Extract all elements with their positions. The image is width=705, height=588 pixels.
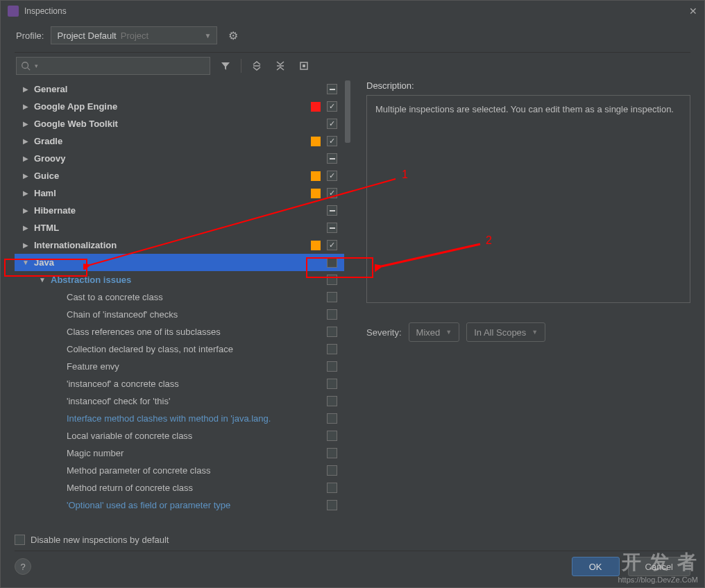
tree-child-item[interactable]: 'Optional' used as field or parameter ty… <box>15 496 351 514</box>
checkbox[interactable]: ✓ <box>327 171 337 181</box>
tree-child-item[interactable]: Class references one of its subclasses <box>15 323 351 340</box>
checkbox[interactable] <box>327 344 337 354</box>
chevron-right-icon[interactable]: ▶ <box>22 103 30 110</box>
titlebar: Inspections ✕ <box>1 1 704 21</box>
annotation-label-2: 2 <box>486 234 492 247</box>
tree-item[interactable]: ▶Guice✓ <box>15 167 351 184</box>
tree-child-item[interactable]: Collection declared by class, not interf… <box>15 340 351 358</box>
profile-label: Profile: <box>16 31 44 41</box>
tree-child-item[interactable]: Cast to a concrete class <box>15 288 351 306</box>
chevron-down-icon[interactable]: ▼ <box>38 276 46 284</box>
scope-select[interactable]: In All Scopes ▼ <box>466 322 545 342</box>
tree-item[interactable]: ▶General <box>15 80 351 98</box>
checkbox[interactable] <box>327 431 337 441</box>
checkbox[interactable]: ✓ <box>327 240 337 250</box>
tree-item[interactable]: ▶Haml✓ <box>15 184 351 202</box>
checkbox[interactable]: ✓ <box>327 136 337 146</box>
chevron-right-icon[interactable]: ▶ <box>22 120 30 128</box>
checkbox[interactable] <box>327 292 337 302</box>
tree-item-label: HTML <box>34 223 59 233</box>
checkbox[interactable] <box>327 84 337 94</box>
checkbox[interactable] <box>327 275 337 285</box>
chevron-right-icon[interactable]: ▶ <box>22 137 30 145</box>
chevron-down-icon[interactable]: ▼ <box>22 259 30 266</box>
tree-child-item[interactable]: Method parameter of concrete class <box>15 462 351 479</box>
help-button[interactable]: ? <box>15 558 31 575</box>
reset-icon[interactable] <box>296 58 312 74</box>
severity-select[interactable]: Mixed ▼ <box>409 322 460 342</box>
collapse-all-icon[interactable] <box>272 58 289 74</box>
profile-select[interactable]: Project Default Project ▼ <box>51 26 217 44</box>
expand-all-icon[interactable] <box>248 58 265 74</box>
tree-item[interactable]: ▼Java <box>15 254 351 271</box>
tree-child-item[interactable]: Chain of 'instanceof' checks <box>15 306 351 323</box>
vertical-scrollbar[interactable] <box>344 80 351 529</box>
checkbox[interactable] <box>327 483 337 493</box>
tree-item-label: Java <box>34 257 54 268</box>
inspection-tree[interactable]: ▶General▶Google App Engine✓▶Google Web T… <box>15 80 351 529</box>
tree-child-item[interactable]: Method return of concrete class <box>15 479 351 496</box>
divider <box>241 59 241 73</box>
severity-color-indicator <box>311 137 321 146</box>
tree-child-item[interactable]: Local variable of concrete class <box>15 427 351 444</box>
tree-child-item[interactable]: 'instanceof' check for 'this' <box>15 392 351 410</box>
checkbox[interactable] <box>327 396 337 406</box>
tree-item[interactable]: ▶Hibernate <box>15 202 351 219</box>
inspection-tree-panel: ▶General▶Google App Engine✓▶Google Web T… <box>15 80 351 529</box>
tree-child-item[interactable]: Interface method clashes with method in … <box>15 410 351 427</box>
chevron-right-icon[interactable]: ▶ <box>22 224 30 232</box>
checkbox[interactable] <box>327 379 337 389</box>
checkbox[interactable]: ✓ <box>327 101 337 112</box>
svg-rect-3 <box>303 64 305 67</box>
tree-item[interactable]: ▶Gradle✓ <box>15 132 351 150</box>
checkbox[interactable] <box>327 153 337 164</box>
chevron-right-icon[interactable]: ▶ <box>22 189 30 197</box>
tree-item[interactable]: ▶HTML <box>15 219 351 236</box>
checkbox[interactable] <box>327 465 337 476</box>
severity-color-indicator <box>311 241 321 250</box>
disable-new-inspections-checkbox[interactable] <box>15 535 25 545</box>
tree-child-item[interactable]: 'instanceof' a concrete class <box>15 375 351 392</box>
tree-item-label: 'Optional' used as field or parameter ty… <box>67 500 230 510</box>
profile-suffix: Project <box>121 31 148 41</box>
tree-item-label: Internationalization <box>34 240 117 250</box>
search-icon <box>21 61 31 71</box>
checkbox[interactable] <box>327 448 337 458</box>
severity-value: Mixed <box>416 327 441 338</box>
checkbox[interactable] <box>327 257 337 268</box>
ok-button[interactable]: OK <box>572 557 620 576</box>
tree-child-item[interactable]: Feature envy <box>15 358 351 375</box>
tree-item[interactable]: ▼Abstraction issues <box>15 271 351 288</box>
window-title: Inspections <box>24 6 689 16</box>
checkbox[interactable] <box>327 361 337 372</box>
tree-item[interactable]: ▶Google App Engine✓ <box>15 98 351 115</box>
severity-color-indicator <box>311 171 321 181</box>
tree-item[interactable]: ▶Groovy <box>15 150 351 167</box>
tree-item[interactable]: ▶Internationalization✓ <box>15 236 351 254</box>
cancel-button[interactable]: Cancel <box>628 557 690 576</box>
chevron-right-icon[interactable]: ▶ <box>22 155 30 162</box>
checkbox[interactable]: ✓ <box>327 188 337 198</box>
checkbox[interactable] <box>327 205 337 216</box>
search-input[interactable]: ▾ <box>16 57 210 75</box>
chevron-right-icon[interactable]: ▶ <box>22 207 30 214</box>
tree-child-item[interactable]: Magic number <box>15 444 351 462</box>
filter-icon[interactable] <box>217 58 234 74</box>
tree-item[interactable]: ▶Google Web Toolkit✓ <box>15 115 351 132</box>
chevron-right-icon[interactable]: ▶ <box>22 241 30 249</box>
chevron-right-icon[interactable]: ▶ <box>22 85 30 93</box>
checkbox[interactable]: ✓ <box>327 119 337 129</box>
checkbox[interactable] <box>327 413 337 424</box>
checkbox[interactable] <box>327 327 337 337</box>
scrollbar-thumb[interactable] <box>345 80 350 143</box>
checkbox[interactable] <box>327 223 337 233</box>
chevron-right-icon[interactable]: ▶ <box>22 172 30 180</box>
tree-item-label: Local variable of concrete class <box>67 431 192 441</box>
severity-color-indicator <box>311 102 321 112</box>
gear-icon[interactable]: ⚙ <box>228 29 238 42</box>
close-icon[interactable]: ✕ <box>689 6 697 17</box>
chevron-down-icon: ▼ <box>445 329 452 336</box>
checkbox[interactable] <box>327 500 337 510</box>
checkbox[interactable] <box>327 309 337 320</box>
tree-item-label: Collection declared by class, not interf… <box>67 344 233 354</box>
